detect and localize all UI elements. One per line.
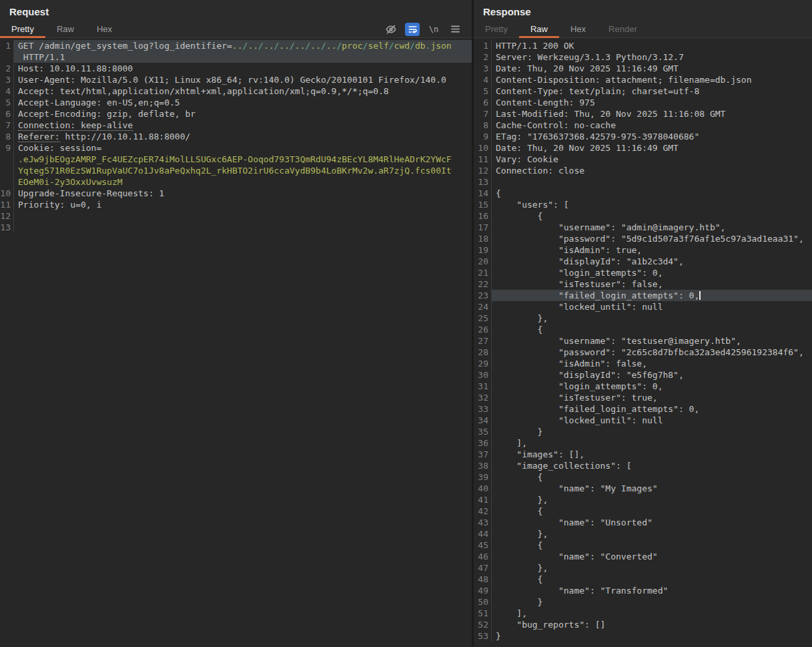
code-line-text[interactable]: "username": "admin@imagery.htb", [492,222,812,233]
code-line-text[interactable]: "name": "Transformed" [492,585,812,596]
editor-menu-button[interactable] [448,23,462,36]
code-line-text[interactable]: "locked_until": null [492,301,812,312]
code-line-text[interactable]: Connection: close [492,165,812,176]
code-line: 48 { [474,574,812,585]
code-line-text[interactable] [492,176,812,188]
code-line-text[interactable]: "password": "2c65c8d7bfbca32a3ed42596192… [492,347,812,358]
code-line-text[interactable]: "isAdmin": false, [492,358,812,369]
word-wrap-button[interactable] [405,23,420,36]
show-newlines-button[interactable]: \n [426,23,441,36]
tab-response-hex[interactable]: Hex [559,21,597,37]
code-line-text[interactable]: "password": "5d9c1d507a3f76af1e5c97a3ad1… [492,233,812,244]
code-line: 33 "failed_login_attempts": 0, [474,403,812,415]
code-line-text[interactable]: "failed_login_attempts": 0, [492,290,812,301]
code-line-text[interactable]: HTTP/1.1 200 OK [492,40,812,51]
code-line-text[interactable]: { [492,324,812,335]
code-line-text[interactable]: "users": [ [492,199,812,210]
tab-request-hex[interactable]: Hex [85,21,123,37]
code-line: 1HTTP/1.1 200 OK [474,40,812,51]
code-line-text[interactable]: Content-Disposition: attachment; filenam… [492,74,812,85]
code-line-text[interactable]: "name": "Unsorted" [492,517,812,528]
code-line-text[interactable]: } [492,426,812,437]
code-line: 12 [0,210,472,222]
code-line-text[interactable]: User-Agent: Mozilla/5.0 (X11; Linux x86_… [14,74,472,85]
code-line-text[interactable]: "name": "My Images" [492,483,812,494]
code-line-text[interactable]: ], [492,608,812,619]
code-line-text[interactable]: Accept-Language: en-US,en;q=0.5 [14,97,472,108]
code-line-text[interactable]: "name": "Converted" [492,551,812,562]
code-line-text[interactable]: Last-Modified: Thu, 20 Nov 2025 11:16:08… [492,108,812,120]
code-line-text[interactable]: } [492,596,812,608]
code-line-text[interactable]: GET /admin/get_system_log?log_identifier… [14,40,472,51]
line-number: 20 [474,256,492,267]
code-line-text[interactable]: "locked_until": null [492,415,812,426]
code-line-text[interactable]: ], [492,437,812,449]
code-line-text[interactable]: "login_attempts": 0, [492,381,812,392]
visibility-off-button[interactable] [384,23,398,36]
code-line-text[interactable]: { [492,471,812,483]
code-line: 3User-Agent: Mozilla/5.0 (X11; Linux x86… [0,74,472,85]
code-line-text[interactable]: { [492,188,812,199]
tab-request-pretty[interactable]: Pretty [0,21,45,37]
code-line: 12Connection: close [474,165,812,176]
code-line-text[interactable]: Yqteg571R0EzSW1RupVaUC7o1Jv8aPeQxhq2L_rk… [14,165,472,176]
code-line-text[interactable]: "isTestuser": false, [492,278,812,290]
code-line-text[interactable]: Referer: http://10.10.11.88:8000/ [14,131,472,142]
code-line-text[interactable]: "image_collections": [ [492,460,812,471]
code-line-text[interactable] [14,222,472,233]
code-line-text[interactable]: "displayId": "a1b2c3d4", [492,256,812,267]
tab-request-raw[interactable]: Raw [45,21,85,37]
code-line-text[interactable]: Connection: keep-alive [14,120,472,131]
code-line-text[interactable]: }, [492,562,812,574]
request-tabbar: Pretty Raw Hex [0,21,472,38]
code-line: 40 "name": "My Images" [474,483,812,494]
code-line-text[interactable]: "images": [], [492,449,812,460]
code-line-text[interactable]: Upgrade-Insecure-Requests: 1 [14,188,472,199]
line-number: 7 [474,108,492,120]
code-line-text[interactable]: Content-Length: 975 [492,97,812,108]
code-line-text[interactable]: Cache-Control: no-cache [492,120,812,131]
line-number: 13 [0,222,14,233]
code-line: 13 [0,222,472,233]
code-line-text[interactable]: .eJw9jbEOgzAMRP_Fc4UEZcpER74iMolLLSUGxc6… [14,154,472,165]
request-editor[interactable]: 1GET /admin/get_system_log?log_identifie… [0,38,472,647]
code-line-text[interactable]: Host: 10.10.11.88:8000 [14,63,472,74]
code-line-text[interactable]: Content-Type: text/plain; charset=utf-8 [492,85,812,97]
code-line-text[interactable]: "isTestuser": true, [492,392,812,403]
code-line-text[interactable]: Vary: Cookie [492,154,812,165]
code-line-text[interactable]: } [492,630,812,642]
code-line: 10Date: Thu, 20 Nov 2025 11:16:49 GMT [474,142,812,154]
code-line-text[interactable] [14,210,472,222]
code-line-text[interactable]: { [492,210,812,222]
code-line-text[interactable]: { [492,505,812,517]
code-line-text[interactable]: "failed_login_attempts": 0, [492,403,812,415]
code-line-text[interactable]: Date: Thu, 20 Nov 2025 11:16:49 GMT [492,142,812,154]
code-line-text[interactable]: HTTP/1.1 [14,51,472,63]
code-line-text[interactable]: "bug_reports": [] [492,619,812,630]
code-line-text[interactable]: { [492,574,812,585]
code-line-text[interactable]: { [492,540,812,551]
code-line-text[interactable]: ETag: "1763637368.42579-975-3978040686" [492,131,812,142]
code-line: 18 "password": "5d9c1d507a3f76af1e5c97a3… [474,233,812,244]
code-line-text[interactable]: EOeM0i-2y3OxxUvwsuzM [14,176,472,188]
code-line-text[interactable]: "displayId": "e5f6g7h8", [492,369,812,381]
line-number: 25 [474,312,492,324]
code-line: 27 "username": "testuser@imagery.htb", [474,335,812,347]
code-line-text[interactable]: "login_attempts": 0, [492,267,812,278]
line-number: 6 [474,97,492,108]
code-line-text[interactable]: }, [492,494,812,505]
tab-response-raw[interactable]: Raw [519,21,559,37]
code-line-text[interactable]: Date: Thu, 20 Nov 2025 11:16:49 GMT [492,63,812,74]
code-line: 9Cookie: session= [0,142,472,154]
code-line-text[interactable]: "isAdmin": true, [492,244,812,256]
code-line-text[interactable]: }, [492,312,812,324]
code-line: 15 "users": [ [474,199,812,210]
code-line-text[interactable]: "username": "testuser@imagery.htb", [492,335,812,347]
code-line-text[interactable]: }, [492,528,812,540]
code-line-text[interactable]: Server: Werkzeug/3.1.3 Python/3.12.7 [492,51,812,63]
code-line-text[interactable]: Accept: text/html,application/xhtml+xml,… [14,85,472,97]
response-editor[interactable]: 1HTTP/1.1 200 OK2Server: Werkzeug/3.1.3 … [474,38,812,647]
code-line-text[interactable]: Cookie: session= [14,142,472,154]
code-line-text[interactable]: Priority: u=0, i [14,199,472,210]
code-line-text[interactable]: Accept-Encoding: gzip, deflate, br [14,108,472,120]
